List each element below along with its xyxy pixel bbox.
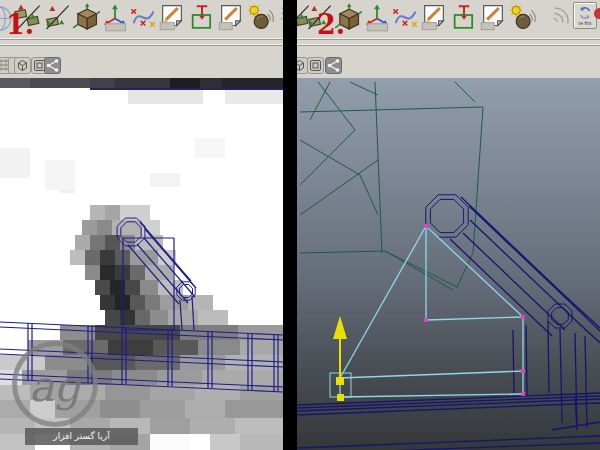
viewport-reference-image[interactable]: ag آریا گستر افزار — [0, 78, 283, 450]
render-light-button[interactable] — [508, 3, 536, 34]
vertex-handle[interactable] — [424, 224, 428, 228]
share-view-button[interactable] — [325, 57, 342, 74]
tutorial-screenshot: ag آریا گستر افزار 1. re frtx — [0, 0, 600, 450]
wireframe-segment — [318, 82, 355, 130]
wireframe-segment — [192, 296, 194, 330]
wireframe-segment — [375, 82, 382, 253]
pencil-page-2-button[interactable] — [479, 3, 507, 34]
viewport-panel-1: ag آریا گستر افزار 1. — [0, 0, 283, 450]
curve-tool-icon — [129, 3, 157, 34]
manipulator-handle[interactable] — [336, 377, 344, 385]
pencil-page-icon — [420, 3, 448, 34]
watermark-logo: ag — [12, 341, 98, 427]
square-view-icon — [308, 58, 323, 73]
red-indicator-dot — [594, 8, 600, 19]
wireframe-scene — [297, 78, 600, 450]
wireframe-segment — [469, 206, 571, 303]
curve-tool-button[interactable] — [391, 3, 419, 34]
vertex-handle[interactable] — [521, 315, 525, 319]
wireframe-segment — [128, 245, 179, 304]
wireframe-segment — [548, 321, 549, 393]
measure-tool-icon — [450, 3, 478, 34]
waves-icon — [543, 3, 571, 34]
wireframe-octagon — [430, 199, 463, 232]
panel-toolbar — [297, 55, 600, 77]
cube-axes-button[interactable] — [72, 3, 100, 34]
wireframe-octagon — [552, 308, 569, 325]
vertex-handle[interactable] — [521, 392, 525, 396]
share-view-icon — [45, 58, 60, 73]
wireframe-octagon — [121, 222, 141, 242]
step-label-2: 2. — [317, 11, 345, 38]
waves-button[interactable] — [543, 3, 571, 34]
wireframe-segment — [526, 325, 527, 395]
wireframe-segment — [560, 329, 562, 423]
measure-tool-button[interactable] — [450, 3, 478, 34]
step-label-1: 1. — [6, 11, 34, 38]
cube-view-button[interactable] — [14, 57, 31, 74]
wireframe-segment — [470, 220, 572, 317]
measure-tool-button[interactable] — [188, 3, 216, 34]
render-light-icon — [508, 3, 536, 34]
wireframe-octagon — [426, 195, 468, 237]
vertex-layer — [424, 224, 525, 396]
pencil-page-icon — [158, 3, 186, 34]
axis-tripod-icon — [101, 3, 129, 34]
wireframe-segment — [300, 160, 378, 215]
wireframe-segment — [297, 436, 600, 448]
wireframe-navy-layer — [297, 195, 600, 450]
wireframe-segment — [180, 300, 182, 330]
panel-divider — [283, 0, 297, 450]
toolbar-groove — [297, 45, 600, 46]
pencil-page-button[interactable] — [158, 3, 186, 34]
curve-tool-button[interactable] — [129, 3, 157, 34]
manipulator-arrowhead[interactable] — [333, 316, 347, 339]
waves-button[interactable] — [270, 3, 283, 34]
wireframe-segment — [385, 251, 453, 290]
vertex-handle[interactable] — [424, 318, 428, 322]
refresh-render-label: re frtx — [576, 20, 595, 25]
axis-tripod-button[interactable] — [363, 3, 391, 34]
cube-axes-icon — [72, 3, 100, 34]
wireframe-segment — [350, 82, 378, 95]
manipulator-handle[interactable] — [337, 394, 344, 401]
wireframe-segment — [385, 251, 457, 287]
pencil-page-2-button[interactable] — [217, 3, 245, 34]
wireframe-segment — [571, 303, 600, 331]
wireframe-segment — [426, 226, 523, 317]
axis-tripod-button[interactable] — [101, 3, 129, 34]
axis-tripod-icon — [363, 3, 391, 34]
share-view-icon — [326, 58, 341, 73]
wireframe-segment — [585, 336, 587, 428]
wireframe-segment — [450, 239, 552, 336]
refresh-render-icon — [578, 6, 592, 20]
measure-tool-icon — [188, 3, 216, 34]
wireframe-segment — [455, 82, 475, 102]
wireframe-segment — [563, 294, 600, 328]
wireframe-segment — [340, 226, 426, 378]
wireframe-segment — [572, 317, 600, 343]
snap-align-2-icon — [43, 3, 71, 34]
watermark-logo-text: ag — [29, 362, 81, 411]
share-view-button[interactable] — [44, 57, 61, 74]
wireframe-segment — [310, 82, 330, 120]
cube-view-icon — [297, 58, 307, 73]
wireframe-segment — [144, 238, 195, 297]
wireframe-segment — [360, 175, 378, 215]
wireframe-segment — [300, 140, 360, 175]
square-view-button[interactable] — [307, 57, 324, 74]
pencil-page-2-icon — [479, 3, 507, 34]
wireframe-segment — [300, 107, 483, 112]
waves-icon — [270, 3, 283, 34]
wireframe-segment — [300, 130, 355, 185]
pencil-page-button[interactable] — [420, 3, 448, 34]
cube-view-icon — [15, 58, 30, 73]
viewport-perspective[interactable] — [297, 78, 600, 450]
main-toolbar — [0, 0, 283, 37]
vertex-handle[interactable] — [521, 369, 525, 373]
watermark-caption: آریا گستر افزار — [25, 428, 138, 445]
wireframe-segment — [300, 251, 385, 253]
pencil-page-2-icon — [217, 3, 245, 34]
snap-align-2-button[interactable] — [43, 3, 71, 34]
toolbar-groove — [0, 39, 283, 40]
